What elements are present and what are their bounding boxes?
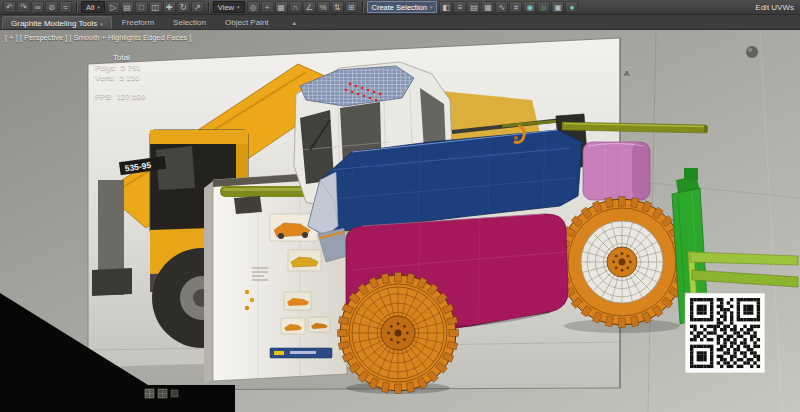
tab-freeform[interactable]: Freeform xyxy=(113,15,163,29)
select-and-scale-icon[interactable]: ↗ xyxy=(191,1,204,13)
chevron-down-icon: ▾ xyxy=(97,4,100,10)
3ds-max-window: ↶↷∞⊘≈ All ▾ ▷▤□◫✚↻↗ View ▾ ◎+▦∩∠%⇅⊞ Crea… xyxy=(0,0,800,412)
rendered-frame-icon[interactable]: ▣ xyxy=(551,1,564,13)
mirror-icon[interactable]: ◧ xyxy=(439,1,452,13)
rectangular-selection-region-icon[interactable]: □ xyxy=(135,1,148,13)
angle-snap-icon[interactable]: ∠ xyxy=(303,1,316,13)
stats-fps-value: 127,509 xyxy=(117,92,146,101)
select-and-move-icon[interactable]: ✚ xyxy=(163,1,176,13)
perspective-viewport[interactable]: A xyxy=(0,30,800,412)
unlink-selection-icon[interactable]: ⊘ xyxy=(45,1,58,13)
edit-named-selections-icon[interactable]: ⊞ xyxy=(345,1,358,13)
coordinate-system-dropdown[interactable]: View ▾ xyxy=(213,1,245,13)
layer-manager-icon[interactable]: ▤ xyxy=(467,1,480,13)
keyboard-override-icon[interactable]: ▦ xyxy=(275,1,288,13)
mini-viewport-icons[interactable] xyxy=(145,389,178,398)
stats-polys-value: 5 791 xyxy=(121,63,141,72)
statistics-overlay: Total Polys:5 791 Verts:5 156 FPS:127,50… xyxy=(95,53,146,102)
select-and-rotate-icon[interactable]: ↻ xyxy=(177,1,190,13)
chevron-down-icon: ▾ xyxy=(430,4,433,10)
schematic-view-icon[interactable]: # xyxy=(509,1,522,13)
named-selection-sets-dropdown[interactable]: Create Selection ▾ xyxy=(367,1,438,13)
stats-verts-value: 5 156 xyxy=(119,73,139,82)
select-object-icon[interactable]: ▷ xyxy=(107,1,120,13)
viewport-label[interactable]: [ + ] [ Perspective ] [ Smooth + Highlig… xyxy=(5,33,191,42)
percent-snap-icon[interactable]: % xyxy=(317,1,330,13)
coordinate-system-label: View xyxy=(218,3,234,12)
toolbar-separator xyxy=(208,2,209,13)
helper-sphere[interactable] xyxy=(746,46,758,58)
tab-selection[interactable]: Selection xyxy=(164,15,215,29)
render-setup-icon[interactable]: ☼ xyxy=(537,1,550,13)
align-icon[interactable]: ≡ xyxy=(453,1,466,13)
spinner-snap-icon[interactable]: ⇅ xyxy=(331,1,344,13)
material-editor-icon[interactable]: ◉ xyxy=(523,1,536,13)
model-counterweight[interactable] xyxy=(583,142,650,200)
toolbar-separator xyxy=(76,2,77,13)
ribbon-collapse-icon[interactable]: ▴ xyxy=(289,17,301,29)
render-production-icon[interactable]: ● xyxy=(565,1,578,13)
curve-editor-icon[interactable]: ∿ xyxy=(495,1,508,13)
use-pivot-center-icon[interactable]: ◎ xyxy=(247,1,260,13)
select-by-name-icon[interactable]: ▤ xyxy=(121,1,134,13)
select-and-link-icon[interactable]: ∞ xyxy=(31,1,44,13)
selection-filter-label: All xyxy=(86,3,94,12)
selection-filter-dropdown[interactable]: All ▾ xyxy=(81,1,105,13)
stats-fps-label: FPS: xyxy=(95,92,113,101)
lift-cylinder[interactable] xyxy=(220,186,312,197)
toolbar-separator xyxy=(362,2,363,13)
graphite-ribbon-icon[interactable]: ▦ xyxy=(481,1,494,13)
select-and-manipulate-icon[interactable]: + xyxy=(261,1,274,13)
redo-icon[interactable]: ↷ xyxy=(17,1,30,13)
chevron-down-icon: ▾ xyxy=(237,4,240,10)
edit-uvws-title[interactable]: Edit UVWs xyxy=(755,3,797,12)
undo-icon[interactable]: ↶ xyxy=(3,1,16,13)
qr-code[interactable] xyxy=(685,293,765,373)
stats-verts-label: Verts: xyxy=(95,73,115,82)
ribbon-tabs: Graphite Modeling Tools▾FreeformSelectio… xyxy=(2,15,279,29)
bind-to-space-warp-icon[interactable]: ≈ xyxy=(59,1,72,13)
snaps-toggle-icon[interactable]: ∩ xyxy=(289,1,302,13)
stats-total-label: Total xyxy=(113,53,146,63)
window-crossing-icon[interactable]: ◫ xyxy=(149,1,162,13)
axis-label: A xyxy=(624,69,630,78)
named-selection-label: Create Selection xyxy=(372,3,427,12)
stats-polys-label: Polys: xyxy=(95,63,117,72)
tab-object-paint[interactable]: Object Paint xyxy=(216,15,278,29)
main-toolbar: ↶↷∞⊘≈ All ▾ ▷▤□◫✚↻↗ View ▾ ◎+▦∩∠%⇅⊞ Crea… xyxy=(0,0,800,15)
ribbon-tab-bar: Graphite Modeling Tools▾FreeformSelectio… xyxy=(0,15,800,30)
tab-graphite-modeling-tools[interactable]: Graphite Modeling Tools▾ xyxy=(2,16,112,29)
